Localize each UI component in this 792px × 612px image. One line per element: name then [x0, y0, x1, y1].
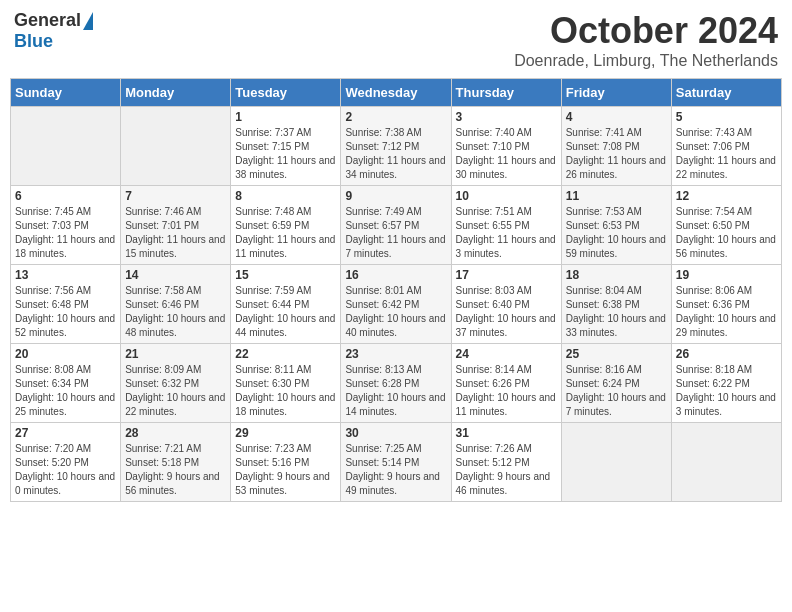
logo: General Blue [14, 10, 93, 52]
day-number: 30 [345, 426, 446, 440]
day-number: 4 [566, 110, 667, 124]
day-number: 20 [15, 347, 116, 361]
calendar-cell: 18Sunrise: 8:04 AMSunset: 6:38 PMDayligh… [561, 265, 671, 344]
calendar-cell: 2Sunrise: 7:38 AMSunset: 7:12 PMDaylight… [341, 107, 451, 186]
day-number: 25 [566, 347, 667, 361]
day-details: Sunrise: 7:59 AMSunset: 6:44 PMDaylight:… [235, 284, 336, 340]
day-number: 17 [456, 268, 557, 282]
calendar-cell: 6Sunrise: 7:45 AMSunset: 7:03 PMDaylight… [11, 186, 121, 265]
day-details: Sunrise: 8:14 AMSunset: 6:26 PMDaylight:… [456, 363, 557, 419]
calendar-cell: 26Sunrise: 8:18 AMSunset: 6:22 PMDayligh… [671, 344, 781, 423]
day-details: Sunrise: 7:58 AMSunset: 6:46 PMDaylight:… [125, 284, 226, 340]
day-number: 8 [235, 189, 336, 203]
calendar-cell: 29Sunrise: 7:23 AMSunset: 5:16 PMDayligh… [231, 423, 341, 502]
day-of-week-header: Monday [121, 79, 231, 107]
day-number: 31 [456, 426, 557, 440]
day-details: Sunrise: 8:09 AMSunset: 6:32 PMDaylight:… [125, 363, 226, 419]
day-number: 15 [235, 268, 336, 282]
calendar-cell [561, 423, 671, 502]
calendar-cell: 9Sunrise: 7:49 AMSunset: 6:57 PMDaylight… [341, 186, 451, 265]
calendar-week-row: 20Sunrise: 8:08 AMSunset: 6:34 PMDayligh… [11, 344, 782, 423]
day-number: 21 [125, 347, 226, 361]
day-number: 9 [345, 189, 446, 203]
day-details: Sunrise: 7:26 AMSunset: 5:12 PMDaylight:… [456, 442, 557, 498]
calendar-cell: 10Sunrise: 7:51 AMSunset: 6:55 PMDayligh… [451, 186, 561, 265]
calendar-cell: 30Sunrise: 7:25 AMSunset: 5:14 PMDayligh… [341, 423, 451, 502]
day-number: 27 [15, 426, 116, 440]
day-details: Sunrise: 7:45 AMSunset: 7:03 PMDaylight:… [15, 205, 116, 261]
calendar-cell: 19Sunrise: 8:06 AMSunset: 6:36 PMDayligh… [671, 265, 781, 344]
day-details: Sunrise: 8:06 AMSunset: 6:36 PMDaylight:… [676, 284, 777, 340]
day-details: Sunrise: 7:20 AMSunset: 5:20 PMDaylight:… [15, 442, 116, 498]
day-details: Sunrise: 7:41 AMSunset: 7:08 PMDaylight:… [566, 126, 667, 182]
calendar-week-row: 13Sunrise: 7:56 AMSunset: 6:48 PMDayligh… [11, 265, 782, 344]
day-number: 13 [15, 268, 116, 282]
day-number: 23 [345, 347, 446, 361]
calendar-cell: 24Sunrise: 8:14 AMSunset: 6:26 PMDayligh… [451, 344, 561, 423]
calendar-table: SundayMondayTuesdayWednesdayThursdayFrid… [10, 78, 782, 502]
calendar-cell: 7Sunrise: 7:46 AMSunset: 7:01 PMDaylight… [121, 186, 231, 265]
calendar-header-row: SundayMondayTuesdayWednesdayThursdayFrid… [11, 79, 782, 107]
day-number: 29 [235, 426, 336, 440]
day-details: Sunrise: 8:11 AMSunset: 6:30 PMDaylight:… [235, 363, 336, 419]
day-of-week-header: Saturday [671, 79, 781, 107]
calendar-cell: 4Sunrise: 7:41 AMSunset: 7:08 PMDaylight… [561, 107, 671, 186]
logo-general-text: General [14, 10, 81, 31]
day-details: Sunrise: 7:37 AMSunset: 7:15 PMDaylight:… [235, 126, 336, 182]
day-details: Sunrise: 8:13 AMSunset: 6:28 PMDaylight:… [345, 363, 446, 419]
day-details: Sunrise: 7:48 AMSunset: 6:59 PMDaylight:… [235, 205, 336, 261]
day-details: Sunrise: 7:23 AMSunset: 5:16 PMDaylight:… [235, 442, 336, 498]
day-details: Sunrise: 7:43 AMSunset: 7:06 PMDaylight:… [676, 126, 777, 182]
calendar-week-row: 6Sunrise: 7:45 AMSunset: 7:03 PMDaylight… [11, 186, 782, 265]
calendar-cell: 1Sunrise: 7:37 AMSunset: 7:15 PMDaylight… [231, 107, 341, 186]
day-number: 6 [15, 189, 116, 203]
logo-triangle-icon [83, 12, 93, 30]
calendar-cell: 15Sunrise: 7:59 AMSunset: 6:44 PMDayligh… [231, 265, 341, 344]
calendar-cell: 5Sunrise: 7:43 AMSunset: 7:06 PMDaylight… [671, 107, 781, 186]
calendar-cell: 14Sunrise: 7:58 AMSunset: 6:46 PMDayligh… [121, 265, 231, 344]
day-of-week-header: Tuesday [231, 79, 341, 107]
day-number: 12 [676, 189, 777, 203]
day-number: 10 [456, 189, 557, 203]
day-details: Sunrise: 7:54 AMSunset: 6:50 PMDaylight:… [676, 205, 777, 261]
calendar-cell: 28Sunrise: 7:21 AMSunset: 5:18 PMDayligh… [121, 423, 231, 502]
day-number: 5 [676, 110, 777, 124]
day-details: Sunrise: 7:21 AMSunset: 5:18 PMDaylight:… [125, 442, 226, 498]
calendar-cell [11, 107, 121, 186]
calendar-cell: 13Sunrise: 7:56 AMSunset: 6:48 PMDayligh… [11, 265, 121, 344]
calendar-cell: 21Sunrise: 8:09 AMSunset: 6:32 PMDayligh… [121, 344, 231, 423]
day-number: 1 [235, 110, 336, 124]
calendar-cell: 16Sunrise: 8:01 AMSunset: 6:42 PMDayligh… [341, 265, 451, 344]
calendar-cell: 11Sunrise: 7:53 AMSunset: 6:53 PMDayligh… [561, 186, 671, 265]
day-number: 22 [235, 347, 336, 361]
calendar-cell: 3Sunrise: 7:40 AMSunset: 7:10 PMDaylight… [451, 107, 561, 186]
calendar-week-row: 27Sunrise: 7:20 AMSunset: 5:20 PMDayligh… [11, 423, 782, 502]
calendar-cell: 20Sunrise: 8:08 AMSunset: 6:34 PMDayligh… [11, 344, 121, 423]
calendar-cell: 12Sunrise: 7:54 AMSunset: 6:50 PMDayligh… [671, 186, 781, 265]
day-number: 28 [125, 426, 226, 440]
day-details: Sunrise: 7:53 AMSunset: 6:53 PMDaylight:… [566, 205, 667, 261]
day-number: 19 [676, 268, 777, 282]
day-details: Sunrise: 8:01 AMSunset: 6:42 PMDaylight:… [345, 284, 446, 340]
day-number: 16 [345, 268, 446, 282]
calendar-cell [121, 107, 231, 186]
day-details: Sunrise: 7:49 AMSunset: 6:57 PMDaylight:… [345, 205, 446, 261]
logo-blue-text: Blue [14, 31, 53, 52]
page-header: General Blue October 2024 Doenrade, Limb… [10, 10, 782, 70]
day-details: Sunrise: 8:08 AMSunset: 6:34 PMDaylight:… [15, 363, 116, 419]
day-of-week-header: Sunday [11, 79, 121, 107]
day-number: 14 [125, 268, 226, 282]
day-details: Sunrise: 8:16 AMSunset: 6:24 PMDaylight:… [566, 363, 667, 419]
day-number: 11 [566, 189, 667, 203]
day-details: Sunrise: 7:46 AMSunset: 7:01 PMDaylight:… [125, 205, 226, 261]
day-of-week-header: Friday [561, 79, 671, 107]
day-number: 26 [676, 347, 777, 361]
day-details: Sunrise: 7:38 AMSunset: 7:12 PMDaylight:… [345, 126, 446, 182]
calendar-cell: 22Sunrise: 8:11 AMSunset: 6:30 PMDayligh… [231, 344, 341, 423]
location-subtitle: Doenrade, Limburg, The Netherlands [514, 52, 778, 70]
calendar-cell: 31Sunrise: 7:26 AMSunset: 5:12 PMDayligh… [451, 423, 561, 502]
day-details: Sunrise: 7:56 AMSunset: 6:48 PMDaylight:… [15, 284, 116, 340]
calendar-cell: 23Sunrise: 8:13 AMSunset: 6:28 PMDayligh… [341, 344, 451, 423]
day-number: 18 [566, 268, 667, 282]
day-number: 24 [456, 347, 557, 361]
